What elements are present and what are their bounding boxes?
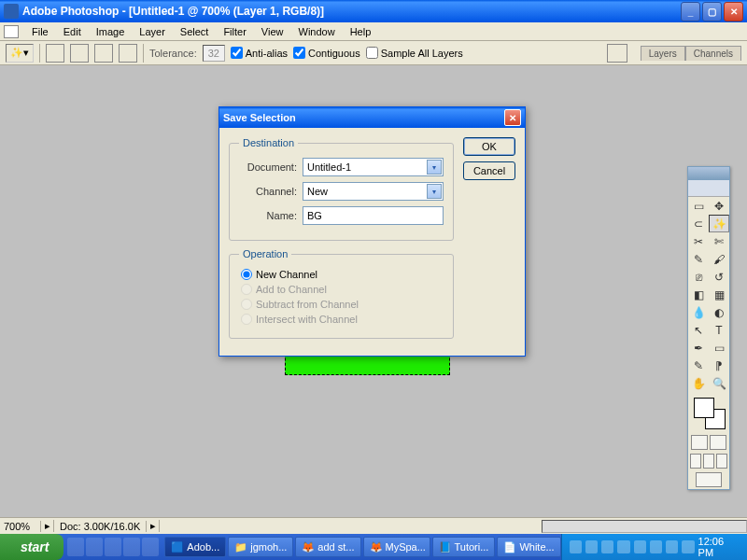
tray-icon[interactable] [666, 540, 678, 553]
minimize-button[interactable]: _ [681, 2, 700, 21]
screen-full-button[interactable] [716, 454, 727, 469]
ok-button[interactable]: OK [463, 137, 515, 156]
operation-group: Operation New Channel Add to Channel Sub… [229, 248, 454, 339]
status-bar: 700% ▸ Doc: 3.00K/16.0K ▸ [0, 517, 747, 534]
tools-palette[interactable]: ▭✥ ⊂✨ ✂✄ ✎🖌 ⎚↺ ◧▦ 💧◐ ↖T ✒▭ ✎⁋ ✋🔍 [687, 166, 730, 490]
quick-launch-item[interactable] [67, 538, 84, 556]
document-icon [4, 25, 19, 38]
marquee-tool[interactable]: ▭ [688, 197, 709, 215]
document-size-info[interactable]: Doc: 3.00K/16.0K [54, 521, 147, 532]
close-button[interactable]: ✕ [724, 2, 743, 21]
tray-icon[interactable] [617, 540, 629, 553]
name-input[interactable] [303, 206, 444, 225]
dialog-close-button[interactable]: ✕ [504, 109, 521, 126]
magic-wand-tool[interactable]: ✨ [709, 215, 729, 232]
lasso-tool[interactable]: ⊂ [688, 215, 709, 232]
menu-file[interactable]: File [24, 24, 56, 39]
clone-stamp-tool[interactable]: ⎚ [688, 268, 709, 286]
menu-filter[interactable]: Filter [216, 24, 253, 39]
dodge-tool[interactable]: ◐ [709, 303, 729, 321]
cancel-button[interactable]: Cancel [463, 161, 515, 180]
healing-brush-tool[interactable]: ✎ [688, 250, 709, 268]
menu-window[interactable]: Window [291, 24, 343, 39]
status-menu-button[interactable]: ▸ [41, 520, 54, 532]
toolbox-titlebar[interactable] [688, 167, 729, 180]
taskbar-window[interactable]: 📄White... [497, 537, 560, 557]
eraser-tool[interactable]: ◧ [688, 286, 709, 303]
selection-subtract-button[interactable] [94, 44, 113, 63]
hand-tool[interactable]: ✋ [688, 374, 709, 392]
jump-to-imageready-button[interactable] [696, 472, 722, 487]
history-brush-tool[interactable]: ↺ [709, 268, 729, 286]
tray-icon[interactable] [634, 540, 646, 553]
antialias-checkbox[interactable]: Anti-alias [231, 47, 288, 59]
type-tool[interactable]: T [709, 321, 729, 339]
quick-launch-item[interactable] [142, 538, 159, 556]
document-dropdown[interactable]: Untitled-1▾ [303, 158, 444, 176]
radio-new-channel[interactable]: New Channel [239, 269, 444, 280]
menu-image[interactable]: Image [89, 24, 133, 39]
tray-icon[interactable] [682, 540, 694, 553]
path-selection-tool[interactable]: ↖ [688, 321, 709, 339]
notes-tool[interactable]: ✎ [688, 357, 709, 374]
channel-dropdown[interactable]: New▾ [303, 182, 444, 201]
eyedropper-tool[interactable]: ⁋ [709, 357, 729, 374]
taskbar-window[interactable]: 📘Tutori... [432, 537, 496, 557]
menu-layer[interactable]: Layer [132, 24, 173, 39]
destination-legend: Destination [239, 137, 298, 148]
dialog-titlebar[interactable]: Save Selection ✕ [219, 107, 525, 128]
move-tool[interactable]: ✥ [709, 197, 729, 215]
destination-group: Destination Document: Untitled-1▾ Channe… [229, 137, 454, 241]
start-button[interactable]: start [0, 534, 63, 560]
tray-icon[interactable] [585, 540, 598, 553]
screen-full-menu-button[interactable] [703, 454, 714, 469]
tab-layers[interactable]: Layers [641, 46, 685, 61]
brush-tool[interactable]: 🖌 [709, 250, 729, 268]
selection-new-button[interactable] [46, 44, 64, 63]
menu-help[interactable]: Help [343, 24, 379, 39]
radio-intersect-with-channel: Intersect with Channel [239, 314, 444, 325]
screen-standard-button[interactable] [690, 454, 701, 469]
app-title: Adobe Photoshop - [Untitled-1 @ 700% (La… [22, 5, 679, 18]
zoom-level-input[interactable]: 700% [0, 521, 41, 532]
zoom-tool[interactable]: 🔍 [709, 374, 729, 392]
palette-well-button[interactable] [607, 44, 627, 63]
horizontal-scrollbar[interactable] [542, 520, 747, 533]
quick-launch-item[interactable] [123, 538, 140, 556]
selection-add-button[interactable] [70, 44, 89, 63]
system-tray: 12:06 PM [561, 534, 747, 560]
standard-mode-button[interactable] [691, 435, 708, 450]
sample-all-layers-checkbox[interactable]: Sample All Layers [366, 47, 463, 59]
document-label: Document: [239, 161, 297, 173]
tray-icon[interactable] [650, 540, 662, 553]
taskbar-window[interactable]: 🦊MySpa... [363, 537, 430, 557]
tool-preset-picker[interactable]: ✨▾ [6, 44, 34, 63]
quickmask-mode-button[interactable] [710, 435, 726, 450]
menu-select[interactable]: Select [173, 24, 217, 39]
quick-launch-item[interactable] [105, 538, 121, 556]
tray-icon[interactable] [601, 540, 613, 553]
status-popup-button[interactable]: ▸ [147, 520, 160, 532]
taskbar-window[interactable]: 🦊add st... [295, 537, 360, 557]
quick-launch-item[interactable] [86, 538, 103, 556]
tray-clock[interactable]: 12:06 PM [698, 536, 740, 558]
tolerance-input[interactable] [203, 45, 225, 62]
maximize-button[interactable]: ▢ [702, 2, 722, 21]
slice-tool[interactable]: ✄ [709, 232, 729, 250]
selection-intersect-button[interactable] [119, 44, 137, 63]
menu-bar: File Edit Image Layer Select Filter View… [0, 22, 747, 41]
blur-tool[interactable]: 💧 [688, 303, 709, 321]
shape-tool[interactable]: ▭ [709, 339, 729, 357]
gradient-tool[interactable]: ▦ [709, 286, 729, 303]
contiguous-checkbox[interactable]: Contiguous [293, 47, 360, 59]
pen-tool[interactable]: ✒ [688, 339, 709, 357]
taskbar-window[interactable]: 🟦Adob... [164, 537, 226, 557]
menu-view[interactable]: View [254, 24, 291, 39]
tab-channels[interactable]: Channels [685, 46, 741, 61]
crop-tool[interactable]: ✂ [688, 232, 709, 250]
taskbar-window[interactable]: 📁jgmoh... [228, 537, 293, 557]
menu-edit[interactable]: Edit [56, 24, 89, 39]
toolbox-feather-icon [688, 180, 729, 197]
tray-icon[interactable] [570, 540, 582, 553]
foreground-color-swatch[interactable] [694, 398, 714, 418]
